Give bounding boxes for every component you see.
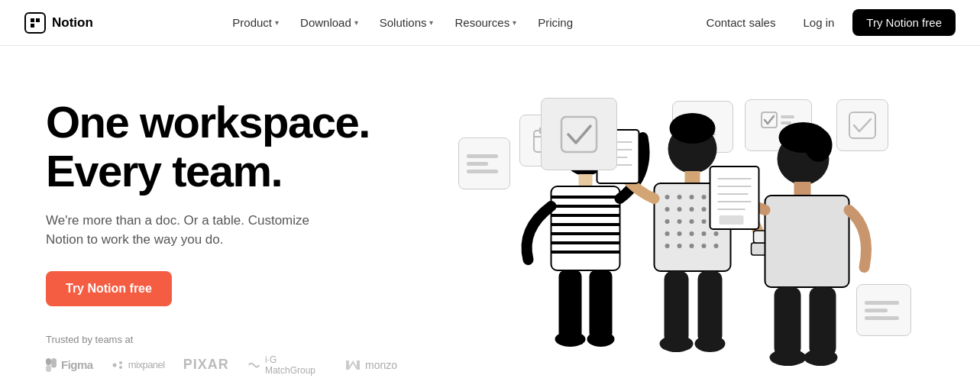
- hero-section: One workspace. Every team. We're more th…: [0, 46, 980, 388]
- svg-rect-15: [561, 117, 597, 152]
- nav-item-resources[interactable]: Resources ▾: [445, 11, 526, 34]
- svg-point-48: [702, 207, 707, 212]
- svg-point-78: [805, 128, 833, 162]
- svg-point-90: [770, 349, 807, 366]
- try-notion-free-nav-button[interactable]: Try Notion free: [852, 9, 956, 36]
- svg-point-57: [690, 231, 694, 236]
- svg-rect-80: [765, 196, 849, 287]
- logo-matchgroup: i·G MatchGroup: [247, 354, 327, 376]
- svg-rect-38: [685, 171, 700, 183]
- monzo-icon: [345, 360, 361, 370]
- svg-rect-0: [31, 18, 34, 22]
- svg-point-61: [678, 244, 682, 248]
- svg-point-6: [51, 362, 57, 367]
- logo-icon: [24, 12, 46, 34]
- svg-point-59: [714, 231, 719, 236]
- svg-rect-32: [559, 270, 582, 339]
- checkmark-icon: [558, 114, 600, 155]
- svg-point-60: [665, 244, 670, 248]
- chevron-down-icon: ▾: [429, 18, 433, 27]
- figma-icon: [46, 358, 57, 372]
- hero-illustration-area: 1 Aa: [428, 76, 934, 388]
- svg-rect-73: [698, 271, 723, 344]
- svg-point-74: [660, 335, 694, 352]
- svg-point-51: [678, 219, 682, 224]
- navbar: Notion Product ▾ Download ▾ Solutions ▾ …: [0, 0, 980, 46]
- chevron-down-icon: ▾: [354, 18, 358, 27]
- svg-point-91: [804, 349, 838, 366]
- svg-point-53: [702, 219, 707, 224]
- svg-point-40: [665, 195, 670, 199]
- nav-center: Product ▾ Download ▾ Solutions ▾ Resourc…: [223, 11, 582, 34]
- login-button[interactable]: Log in: [794, 11, 843, 34]
- svg-point-55: [665, 231, 670, 236]
- svg-rect-79: [794, 182, 811, 196]
- svg-rect-5: [46, 365, 51, 372]
- svg-rect-23: [579, 174, 593, 186]
- svg-point-47: [690, 207, 694, 212]
- svg-point-52: [690, 219, 694, 224]
- svg-point-37: [670, 113, 716, 144]
- trusted-label: Trusted by teams at: [46, 334, 397, 345]
- svg-point-46: [678, 207, 682, 212]
- svg-point-75: [695, 335, 726, 352]
- svg-rect-87: [720, 215, 744, 225]
- logo-monzo: monzo: [345, 359, 397, 371]
- svg-point-42: [690, 195, 694, 199]
- nav-item-solutions[interactable]: Solutions ▾: [370, 11, 443, 34]
- svg-point-56: [678, 231, 682, 236]
- nav-left: Notion: [24, 12, 93, 34]
- svg-rect-33: [590, 270, 613, 339]
- ui-block-checkmark: [541, 98, 617, 170]
- svg-rect-1: [36, 18, 40, 22]
- hero-subtext: We're more than a doc. Or a table. Custo…: [46, 211, 328, 250]
- svg-point-7: [112, 363, 116, 367]
- logo-mixpanel: mixpanel: [112, 359, 165, 371]
- svg-point-8: [119, 361, 122, 364]
- contact-sales-button[interactable]: Contact sales: [697, 11, 785, 34]
- logo-figma: Figma: [46, 358, 93, 372]
- brand-name: Notion: [52, 15, 93, 31]
- matchgroup-icon: [247, 360, 260, 370]
- logo-pixar: PIXAR: [183, 357, 229, 373]
- chevron-down-icon: ▾: [513, 18, 516, 27]
- nav-right: Contact sales Log in Try Notion free: [697, 9, 956, 36]
- svg-point-63: [702, 244, 707, 248]
- brand-logo[interactable]: Notion: [24, 12, 93, 34]
- svg-rect-72: [665, 271, 689, 344]
- mixpanel-icon: [112, 359, 124, 371]
- svg-point-58: [702, 231, 707, 236]
- svg-rect-3: [46, 358, 51, 365]
- svg-rect-88: [775, 287, 801, 356]
- svg-point-62: [690, 244, 694, 248]
- svg-rect-2: [31, 24, 34, 27]
- svg-point-43: [702, 195, 707, 199]
- svg-point-50: [665, 219, 670, 224]
- svg-point-34: [555, 331, 586, 347]
- svg-point-45: [665, 207, 670, 212]
- svg-point-64: [714, 244, 719, 248]
- svg-rect-89: [810, 287, 836, 356]
- hero-heading: One workspace. Every team.: [46, 98, 397, 196]
- hero-content: One workspace. Every team. We're more th…: [46, 98, 428, 376]
- trusted-logos: Figma mixpanel PIXAR: [46, 354, 397, 376]
- svg-point-35: [587, 331, 615, 347]
- nav-item-product[interactable]: Product ▾: [223, 11, 288, 34]
- hero-people-illustration: [428, 76, 934, 388]
- try-notion-free-hero-button[interactable]: Try Notion free: [46, 271, 172, 306]
- trusted-section: Trusted by teams at Figma: [46, 334, 397, 376]
- svg-point-9: [119, 366, 122, 369]
- svg-point-41: [678, 195, 682, 199]
- nav-item-download[interactable]: Download ▾: [291, 11, 367, 34]
- svg-rect-24: [551, 186, 620, 270]
- chevron-down-icon: ▾: [275, 18, 279, 27]
- nav-item-pricing[interactable]: Pricing: [529, 11, 582, 34]
